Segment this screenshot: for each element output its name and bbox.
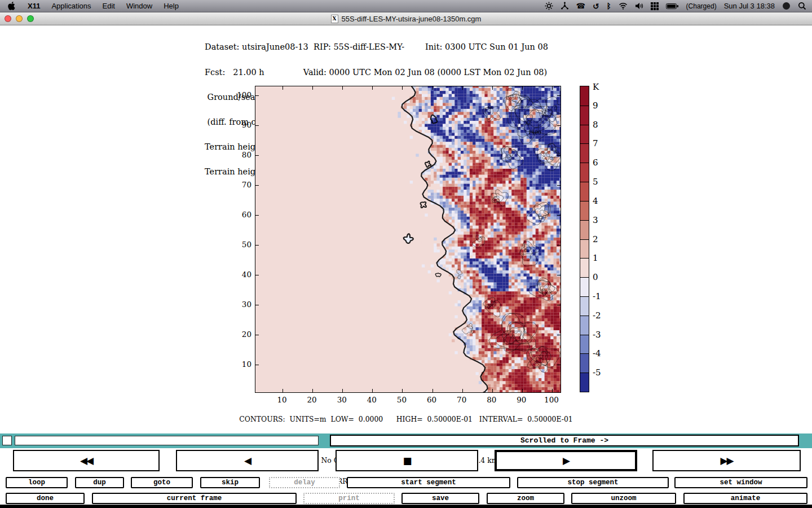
volume-icon[interactable]	[635, 0, 643, 12]
minimize-button[interactable]	[16, 15, 23, 22]
colorbar-segment	[580, 201, 589, 220]
map-canvas	[255, 86, 561, 392]
wifi-icon[interactable]	[619, 0, 628, 12]
menu-item-help[interactable]: Help	[158, 0, 184, 12]
x-axis-tick-label: 40	[363, 395, 381, 404]
x-axis-tick-label: 50	[392, 395, 411, 404]
colorbar-segment	[580, 277, 589, 296]
loop-button[interactable]: loop	[6, 477, 68, 488]
y-axis-tick-label: 80	[232, 150, 251, 159]
stop-segment-button[interactable]: stop segment	[517, 477, 669, 488]
colorbar-tick-label: 1	[593, 253, 598, 263]
colorbar-segment	[580, 373, 589, 392]
colorbar-segment	[580, 316, 589, 335]
bluetooth-icon[interactable]: ᛒ	[607, 0, 611, 12]
menu-item-edit[interactable]: Edit	[97, 0, 121, 12]
step-back-button[interactable]: ◀	[176, 450, 319, 471]
map-plot	[255, 86, 561, 393]
gear-icon[interactable]	[545, 0, 553, 12]
screen: X11 Applications Edit Window Help ☎ ↺ ᛒ	[0, 0, 812, 508]
print-button: print	[303, 493, 395, 504]
input-menu-icon[interactable]	[651, 0, 659, 12]
user-icon[interactable]	[782, 0, 791, 12]
window-title-bar[interactable]: X 55S-diff-LES-MY-utsira-june08-1350m.cg…	[0, 12, 812, 25]
colorbar-tick-label: -5	[593, 367, 601, 378]
colorbar-tick-label: -1	[593, 291, 601, 301]
colorbar-segment	[580, 125, 589, 144]
x-axis-tick-label: 80	[483, 395, 501, 404]
colorbar-unit-label: K	[593, 82, 599, 92]
colorbar-tick-label: 0	[593, 272, 598, 282]
colorbar-segment	[580, 353, 589, 373]
colorbar-tick-label: 6	[593, 157, 598, 168]
y-axis-tick-label: 90	[232, 120, 251, 129]
colorbar-segment	[580, 239, 589, 259]
zoom-window-button[interactable]	[27, 15, 34, 22]
delay-button: delay	[269, 477, 340, 488]
colorbar-segment	[580, 296, 589, 316]
y-axis-tick-label: 60	[232, 210, 251, 219]
done-button[interactable]: done	[6, 493, 85, 504]
frame-scrollbar[interactable]	[15, 436, 319, 445]
fast-forward-button[interactable]: ▶▶	[652, 450, 801, 471]
y-axis-tick-label: 70	[232, 180, 251, 189]
colorbar-tick-label: 4	[593, 196, 598, 206]
apple-icon	[8, 2, 15, 10]
x-axis-tick-label: 30	[333, 395, 351, 404]
stop-button[interactable]: ■	[336, 450, 478, 471]
window-controls	[5, 15, 34, 22]
colorbar-tick-label: 2	[593, 234, 598, 244]
menu-status-area: ☎ ↺ ᛒ (Charged) Sun Jul 3 18:38	[545, 0, 812, 12]
close-button[interactable]	[5, 15, 11, 22]
phone-icon[interactable]: ☎	[576, 0, 585, 12]
menu-item-applications[interactable]: Applications	[46, 0, 96, 12]
x-axis-tick-label: 60	[423, 395, 441, 404]
colorbar-tick-label: 5	[593, 177, 598, 187]
rewind-button[interactable]: ◀◀	[13, 450, 160, 471]
play-button[interactable]: ▶	[495, 450, 637, 471]
apple-menu[interactable]	[0, 2, 22, 10]
x-axis-tick-label: 10	[273, 395, 291, 404]
battery-icon[interactable]	[666, 0, 679, 12]
zoom-button[interactable]: zoom	[487, 493, 564, 504]
colorbar-segment	[580, 163, 589, 182]
colorbar-tick-label: 3	[593, 215, 598, 225]
start-segment-button[interactable]: start segment	[347, 477, 510, 488]
header-line: Dataset: utsiraJune08-13 RIP: 55S-diff-L…	[205, 43, 548, 51]
x-axis-tick-label: 70	[453, 395, 471, 404]
save-button[interactable]: save	[401, 493, 479, 504]
y-axis-tick-label: 100	[232, 90, 251, 99]
current-frame-button[interactable]: current frame	[92, 493, 297, 504]
colorbar-tick-label: 9	[593, 100, 598, 111]
unzoom-button[interactable]: unzoom	[571, 493, 676, 504]
spotlight-icon[interactable]	[798, 0, 806, 12]
skip-button[interactable]: skip	[200, 477, 260, 488]
x11-document-icon: X	[331, 15, 338, 23]
colorbar-segment	[580, 258, 589, 277]
colorbar-segment	[580, 86, 589, 106]
x-axis-tick-label: 100	[542, 395, 561, 404]
battery-label: (Charged)	[686, 2, 717, 10]
dup-button[interactable]: dup	[75, 477, 124, 488]
y-axis-tick-label: 50	[232, 240, 251, 249]
menu-bar: X11 Applications Edit Window Help ☎ ↺ ᛒ	[0, 0, 812, 12]
colorbar-tick-label: 8	[593, 120, 598, 130]
set-window-button[interactable]: set window	[674, 477, 807, 488]
colorbar	[580, 86, 589, 392]
menu-item-window[interactable]: Window	[121, 0, 158, 12]
x-axis-tick-label: 90	[513, 395, 531, 404]
y-axis-tick-label: 10	[232, 360, 251, 369]
goto-button[interactable]: goto	[131, 477, 193, 488]
colorbar-tick-label: -3	[593, 330, 601, 340]
colorbar-segment	[580, 106, 589, 125]
header-line: Fcst: 21.00 h Valid: 0000 UTC Mon 02 Jun…	[205, 68, 548, 77]
time-machine-icon[interactable]: ↺	[593, 0, 599, 12]
colorbar-tick-label: 7	[593, 138, 598, 148]
animate-button[interactable]: animate	[683, 493, 807, 504]
scrollbar-thumb[interactable]	[2, 436, 12, 445]
y-axis-tick-label: 20	[232, 330, 251, 339]
y-axis-tick-label: 30	[232, 300, 251, 309]
menu-clock[interactable]: Sun Jul 3 18:38	[724, 2, 775, 10]
sync-hub-icon[interactable]	[561, 0, 569, 12]
menu-item-x11[interactable]: X11	[22, 0, 46, 12]
